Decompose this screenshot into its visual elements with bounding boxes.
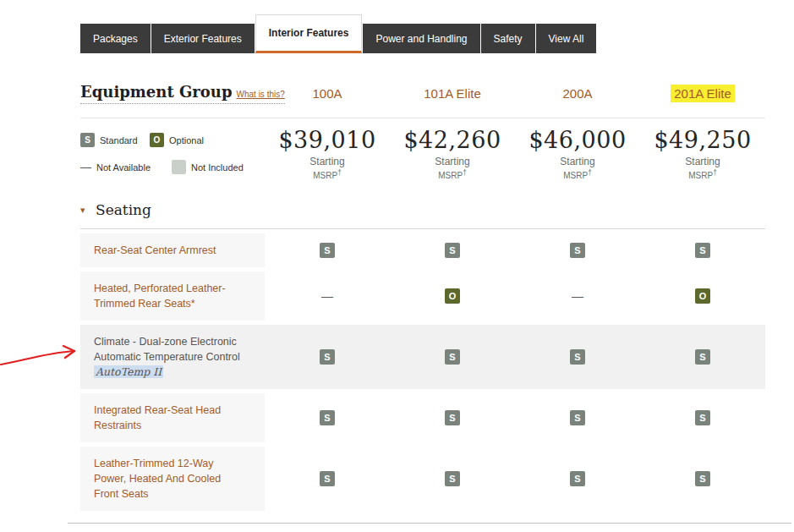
feature-name-text: Leather-Trimmed 12-Way Power, Heated And… [94,456,244,502]
tab-view-all[interactable]: View All [536,24,597,53]
standard-badge: S [320,243,335,258]
not-available-dash: — [321,289,333,303]
feature-value-cell: S [515,233,640,267]
standard-badge: S [570,410,585,425]
optional-badge: O [445,288,460,304]
tab-label: View All [549,33,584,45]
tab-label: Interior Features [269,27,349,39]
standard-badge: S [445,410,460,425]
column-name: 100A [312,86,342,101]
tab-power-and-handling[interactable]: Power and Handling [363,24,479,53]
feature-value-cell: S [265,447,390,511]
legend-not-available-label: Not Available [96,162,151,173]
feature-row: Climate - Dual-zone Electronic Automatic… [80,325,765,389]
standard-badge: S [320,410,335,425]
legend-standard: S Standard [80,133,140,147]
feature-name-link[interactable]: Heated, Perforated Leather-Trimmed Rear … [80,271,265,321]
price-value: $49,250 [640,127,765,153]
feature-value-cell: S [265,393,390,442]
feature-row: Integrated Rear-Seat Head Restraints SSS… [80,393,765,442]
feature-name-link[interactable]: Leather-Trimmed 12-Way Power, Heated And… [80,447,265,511]
feature-row: Heated, Perforated Leather-Trimmed Rear … [80,271,765,321]
collapse-caret-icon: ▾ [80,205,85,215]
price-cell: $49,250 Starting MSRP† [640,127,765,180]
standard-badge: S [695,410,710,425]
red-arrow-annotation [0,339,85,373]
feature-value-cell: O [640,271,765,321]
legend-not-included: Not Included [172,160,244,174]
tab-label: Safety [494,33,523,45]
price-cell: $46,000 Starting MSRP† [515,127,640,180]
feature-value-cell: S [515,393,640,442]
tab-interior-features[interactable]: Interior Features [255,14,363,53]
column-header-201a-elite: 201A Elite [640,86,765,101]
equipment-group-title: Equipment Group [80,83,233,101]
column-header-200a: 200A [515,86,640,101]
msrp-footnote-mark: † [463,168,467,177]
legend-optional-label: Optional [169,135,204,145]
optional-badge: O [695,288,710,304]
feature-name-link[interactable]: Rear-Seat Center Armrest [80,233,265,267]
section-seating[interactable]: ▾ Seating [80,201,765,229]
msrp-label: MSRP† [265,168,390,180]
standard-badge: S [570,471,585,486]
feature-value-cell: O [390,271,515,321]
tab-label: Power and Handling [375,33,467,45]
feature-value-cell: S [640,447,765,511]
legend-not-included-label: Not Included [191,162,244,173]
tab-label: Packages [93,33,138,45]
section-title: Seating [96,201,151,218]
standard-badge: S [320,349,335,365]
msrp-footnote-mark: † [588,168,592,177]
feature-value-cell: S [640,393,765,442]
standard-badge: S [320,471,335,486]
not-available-dash-icon: — [80,161,91,173]
feature-name-text: Climate - Dual-zone Electronic Automatic… [94,334,244,380]
bottom-divider [68,523,791,524]
legend: S Standard O Optional — Not Available No… [80,127,265,180]
legend-standard-label: Standard [100,135,138,145]
tab-packages[interactable]: Packages [80,24,151,53]
tab-exterior-features[interactable]: Exterior Features [151,24,255,53]
price-value: $46,000 [515,127,640,153]
msrp-label: MSRP† [640,168,765,180]
legend-not-available: — Not Available [80,161,162,173]
starting-label: Starting [390,156,515,167]
starting-label: Starting [640,156,765,167]
tab-label: Exterior Features [164,33,242,45]
feature-name-link[interactable]: Integrated Rear-Seat Head Restraints [80,393,265,442]
standard-badge: S [695,349,710,365]
column-header-100a: 100A [265,86,390,101]
feature-value-cell: S [390,447,515,511]
feature-value-cell: S [515,325,640,389]
feature-value-cell: S [640,233,765,267]
feature-value-cell: — [265,271,390,321]
legend-optional: O Optional [150,133,204,147]
feature-name-text: Rear-Seat Center Armrest [94,243,244,258]
price-cell: $42,260 Starting MSRP† [390,127,515,180]
msrp-footnote-mark: † [337,168,342,177]
text-selection-highlight: AutoTemp II [94,365,163,378]
optional-badge-icon: O [150,133,164,147]
price-value: $42,260 [390,127,515,153]
standard-badge: S [445,471,460,486]
feature-value-cell: S [390,325,515,389]
tab-bar: PackagesExterior FeaturesInterior Featur… [80,14,597,53]
msrp-label: MSRP† [515,168,640,180]
equipment-group-header: Equipment GroupWhat is this? 100A101A El… [80,83,765,118]
tab-safety[interactable]: Safety [481,24,535,53]
price-value: $39,010 [265,127,390,153]
column-header-101a-elite: 101A Elite [390,86,515,101]
feature-value-cell: S [265,233,390,267]
column-name-highlighted: 201A Elite [671,85,735,102]
feature-name: Climate - Dual-zone Electronic Automatic… [80,325,265,389]
price-cell: $39,010 Starting MSRP† [265,127,390,180]
feature-value-cell: S [390,233,515,267]
standard-badge: S [695,471,710,486]
feature-row: Rear-Seat Center Armrest SSSS [80,233,765,267]
feature-value-cell: S [265,325,390,389]
msrp-label: MSRP† [390,168,515,180]
standard-badge: S [570,349,585,365]
feature-value-cell: S [390,393,515,442]
feature-value-cell: — [515,271,640,321]
